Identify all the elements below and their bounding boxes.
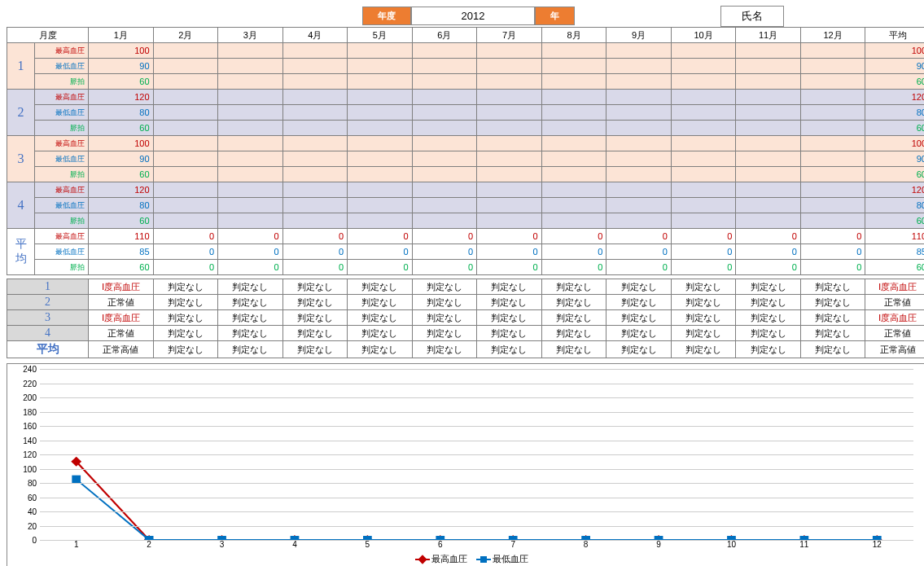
year-input[interactable]	[411, 7, 535, 25]
data-cell[interactable]	[153, 151, 218, 167]
data-cell[interactable]	[153, 167, 218, 182]
data-cell[interactable]	[541, 90, 607, 105]
data-cell[interactable]	[218, 151, 283, 167]
data-cell[interactable]	[800, 105, 865, 121]
data-cell[interactable]: 60	[865, 213, 924, 229]
data-cell[interactable]	[153, 74, 218, 90]
data-cell[interactable]	[153, 198, 218, 213]
data-cell[interactable]	[282, 105, 348, 121]
data-cell[interactable]	[800, 198, 865, 213]
data-cell[interactable]	[541, 105, 607, 121]
data-cell[interactable]	[607, 43, 672, 59]
data-cell[interactable]	[477, 59, 542, 74]
data-cell[interactable]: 80	[89, 105, 154, 121]
data-cell[interactable]	[671, 136, 736, 151]
data-cell[interactable]	[282, 90, 348, 105]
data-cell[interactable]	[607, 167, 672, 182]
data-cell[interactable]	[541, 74, 607, 90]
data-cell[interactable]	[541, 136, 607, 151]
data-cell[interactable]: 90	[865, 59, 924, 74]
data-cell[interactable]	[282, 59, 348, 74]
data-cell[interactable]: 60	[89, 74, 154, 90]
data-cell[interactable]	[477, 90, 542, 105]
data-cell[interactable]	[348, 182, 413, 198]
data-cell[interactable]	[671, 198, 736, 213]
data-cell[interactable]	[412, 90, 477, 105]
data-cell[interactable]	[671, 59, 736, 74]
data-cell[interactable]	[800, 151, 865, 167]
data-cell[interactable]	[736, 121, 801, 136]
data-cell[interactable]	[541, 151, 607, 167]
data-cell[interactable]	[348, 59, 413, 74]
data-cell[interactable]	[218, 43, 283, 59]
data-cell[interactable]	[800, 182, 865, 198]
data-cell[interactable]	[218, 213, 283, 229]
data-cell[interactable]	[348, 121, 413, 136]
data-cell[interactable]	[800, 59, 865, 74]
data-cell[interactable]	[541, 43, 607, 59]
data-cell[interactable]	[153, 136, 218, 151]
data-cell[interactable]	[282, 43, 348, 59]
data-cell[interactable]	[671, 74, 736, 90]
data-cell[interactable]	[671, 182, 736, 198]
data-cell[interactable]	[153, 105, 218, 121]
data-cell[interactable]	[477, 136, 542, 151]
data-cell[interactable]	[541, 182, 607, 198]
data-cell[interactable]	[607, 213, 672, 229]
data-cell[interactable]	[736, 105, 801, 121]
data-cell[interactable]	[412, 182, 477, 198]
data-cell[interactable]	[671, 151, 736, 167]
data-cell[interactable]	[736, 43, 801, 59]
data-cell[interactable]	[736, 167, 801, 182]
data-cell[interactable]	[477, 74, 542, 90]
data-cell[interactable]	[541, 167, 607, 182]
data-cell[interactable]	[736, 182, 801, 198]
data-cell[interactable]: 120	[865, 182, 924, 198]
data-cell[interactable]	[412, 167, 477, 182]
data-cell[interactable]: 100	[89, 136, 154, 151]
data-cell[interactable]: 80	[865, 198, 924, 213]
data-cell[interactable]	[412, 59, 477, 74]
data-cell[interactable]	[282, 198, 348, 213]
data-cell[interactable]: 90	[89, 151, 154, 167]
data-cell[interactable]	[800, 43, 865, 59]
data-cell[interactable]	[153, 90, 218, 105]
data-cell[interactable]	[736, 59, 801, 74]
data-cell[interactable]	[348, 167, 413, 182]
data-cell[interactable]	[282, 74, 348, 90]
data-cell[interactable]: 100	[865, 136, 924, 151]
data-cell[interactable]	[541, 121, 607, 136]
data-cell[interactable]	[282, 182, 348, 198]
data-cell[interactable]	[477, 213, 542, 229]
data-cell[interactable]	[348, 105, 413, 121]
data-cell[interactable]: 90	[89, 59, 154, 74]
data-cell[interactable]	[218, 121, 283, 136]
data-cell[interactable]	[412, 213, 477, 229]
data-cell[interactable]: 120	[865, 90, 924, 105]
data-cell[interactable]	[412, 198, 477, 213]
data-cell[interactable]	[607, 182, 672, 198]
data-cell[interactable]	[736, 74, 801, 90]
data-cell[interactable]	[477, 182, 542, 198]
data-cell[interactable]	[218, 136, 283, 151]
data-cell[interactable]	[477, 151, 542, 167]
data-cell[interactable]	[671, 213, 736, 229]
data-cell[interactable]	[218, 59, 283, 74]
data-cell[interactable]	[800, 121, 865, 136]
data-cell[interactable]	[736, 90, 801, 105]
data-cell[interactable]	[541, 59, 607, 74]
data-cell[interactable]	[348, 90, 413, 105]
data-cell[interactable]	[607, 90, 672, 105]
data-cell[interactable]	[153, 59, 218, 74]
data-cell[interactable]	[541, 198, 607, 213]
data-cell[interactable]	[477, 121, 542, 136]
data-cell[interactable]	[218, 74, 283, 90]
data-cell[interactable]	[607, 105, 672, 121]
data-cell[interactable]	[282, 136, 348, 151]
data-cell[interactable]	[477, 167, 542, 182]
data-cell[interactable]	[607, 198, 672, 213]
data-cell[interactable]: 60	[865, 74, 924, 90]
data-cell[interactable]	[800, 213, 865, 229]
data-cell[interactable]	[218, 182, 283, 198]
data-cell[interactable]: 120	[89, 90, 154, 105]
